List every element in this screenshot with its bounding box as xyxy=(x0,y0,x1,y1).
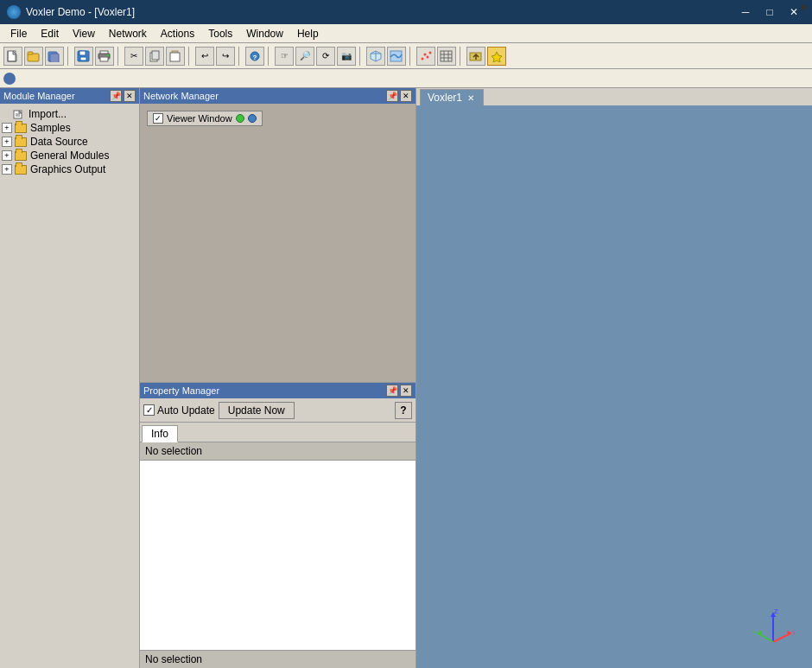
toolbar-cut[interactable]: ✂ xyxy=(124,47,143,66)
node-dot-green xyxy=(236,114,244,123)
voxler-tab-bar: Voxler1 ✕ ▶ xyxy=(416,88,812,107)
panel-close-button[interactable]: ✕ xyxy=(124,90,136,102)
toolbar-sep-1 xyxy=(67,47,71,66)
toolbar-zoom[interactable]: 🔎 xyxy=(295,47,314,66)
samples-label: Samples xyxy=(30,122,71,134)
general-modules-expand[interactable]: + xyxy=(2,150,12,161)
app-title: Voxler Demo - [Voxler1] xyxy=(26,6,135,18)
tree-item-data-source[interactable]: + Data Source xyxy=(0,135,139,149)
panel-pin-button[interactable]: 📌 xyxy=(110,90,122,102)
window-controls: ─ □ ✕ xyxy=(734,3,805,21)
toolbar-help[interactable]: ? xyxy=(245,47,264,66)
general-modules-label: General Modules xyxy=(30,150,109,162)
viewer-checkbox[interactable]: ✓ xyxy=(153,113,163,124)
graphics-output-expand[interactable]: + xyxy=(2,164,12,175)
toolbar-rotate[interactable]: ⟳ xyxy=(316,47,335,66)
menu-network[interactable]: Network xyxy=(102,25,154,42)
center-column: Network Manager 📌 ✕ ✓ Viewer Window Prop… xyxy=(140,88,416,668)
auto-update-area: ✓ Auto Update xyxy=(143,404,215,417)
property-manager-titlebar: Property Manager 📌 ✕ xyxy=(140,383,416,398)
tree-item-graphics-output[interactable]: + Graphics Output xyxy=(0,162,139,176)
property-pin-button[interactable]: 📌 xyxy=(386,385,398,397)
network-panel-controls: 📌 ✕ xyxy=(386,90,412,102)
toolbar-hand[interactable]: ☞ xyxy=(275,47,294,66)
auto-update-checkbox[interactable]: ✓ xyxy=(143,404,155,416)
panel-controls: 📌 ✕ xyxy=(110,90,136,102)
toolbar-3d-box[interactable] xyxy=(366,47,385,66)
toolbar-sep-7 xyxy=(409,47,413,66)
main-area: Module Manager 📌 ✕ Import... + Samples xyxy=(0,88,812,668)
toolbar-special[interactable] xyxy=(487,47,506,66)
voxler-canvas[interactable]: Z X Y xyxy=(416,107,812,668)
toolbar-undo[interactable]: ↩ xyxy=(195,47,214,66)
graphics-output-folder-icon xyxy=(14,163,28,175)
svg-rect-13 xyxy=(152,51,159,60)
toolbar-save[interactable] xyxy=(74,47,93,66)
svg-rect-26 xyxy=(441,51,452,61)
svg-rect-7 xyxy=(80,57,86,60)
toolbar-copy[interactable] xyxy=(145,47,164,66)
toolbar-sep-6 xyxy=(359,47,363,66)
general-modules-folder-icon xyxy=(14,150,28,162)
svg-text:X: X xyxy=(792,629,795,637)
module-manager-titlebar: Module Manager 📌 ✕ xyxy=(0,88,139,104)
toolbar-sep-3 xyxy=(188,47,192,66)
toolbar-sep-8 xyxy=(460,47,463,66)
menu-file[interactable]: File xyxy=(3,25,34,42)
samples-expand[interactable]: + xyxy=(2,123,12,133)
voxler-tab[interactable]: Voxler1 ✕ xyxy=(420,89,484,105)
menu-edit[interactable]: Edit xyxy=(34,25,66,42)
data-source-expand[interactable]: + xyxy=(2,137,12,147)
module-manager-title: Module Manager xyxy=(3,91,75,101)
tree-item-general-modules[interactable]: + General Modules xyxy=(0,149,139,162)
network-close-button[interactable]: ✕ xyxy=(400,90,412,102)
minimize-button[interactable]: ─ xyxy=(734,3,757,21)
menu-actions[interactable]: Actions xyxy=(154,25,201,42)
property-panel-controls: 📌 ✕ xyxy=(386,385,412,397)
toolbar-surface[interactable] xyxy=(387,47,406,66)
toolbar-scatter[interactable] xyxy=(416,47,435,66)
tree-item-import[interactable]: Import... xyxy=(0,107,139,121)
no-selection-footer: No selection xyxy=(140,650,416,668)
menu-help[interactable]: Help xyxy=(290,25,326,42)
toolbar-sep-4 xyxy=(238,47,242,66)
voxler-tab-label: Voxler1 xyxy=(428,92,462,104)
tab-info[interactable]: Info xyxy=(142,425,178,442)
viewer-window-label: Viewer Window xyxy=(167,113,232,124)
property-content: ✓ Auto Update Update Now ? Info No selec… xyxy=(140,398,416,668)
tab-scroll-right[interactable]: ▶ xyxy=(802,2,809,11)
svg-rect-10 xyxy=(100,57,108,61)
toolbar-recent[interactable] xyxy=(45,47,64,66)
toolbar-open[interactable] xyxy=(24,47,43,66)
title-bar: Voxler Demo - [Voxler1] ─ □ ✕ xyxy=(0,0,812,24)
update-now-button[interactable]: Update Now xyxy=(219,402,295,419)
svg-point-11 xyxy=(107,54,109,56)
svg-rect-6 xyxy=(79,51,86,55)
main-toolbar: ✂ ↩ ↪ ? ☞ 🔎 ⟳ 📷 xyxy=(0,43,812,69)
network-pin-button[interactable]: 📌 xyxy=(386,90,398,102)
node-dot-cyan xyxy=(248,114,257,123)
property-toolbar: ✓ Auto Update Update Now ? xyxy=(140,398,416,423)
voxler-tab-close[interactable]: ✕ xyxy=(466,92,476,103)
menu-tools[interactable]: Tools xyxy=(201,25,239,42)
auto-update-label: Auto Update xyxy=(157,404,215,417)
menu-view[interactable]: View xyxy=(66,25,102,42)
toolbar-export[interactable] xyxy=(466,47,485,66)
toolbar-redo[interactable]: ↪ xyxy=(216,47,235,66)
info-tabs-bar: Info xyxy=(140,423,416,442)
toolbar-paste[interactable] xyxy=(166,47,185,66)
toolbar-new[interactable] xyxy=(3,47,22,66)
svg-rect-15 xyxy=(170,53,180,61)
menu-window[interactable]: Window xyxy=(239,25,290,42)
toolbar-print[interactable] xyxy=(95,47,114,66)
network-manager-title: Network Manager xyxy=(143,91,219,101)
import-label: Import... xyxy=(29,108,67,120)
toolbar-camera[interactable]: 📷 xyxy=(337,47,356,66)
svg-point-24 xyxy=(427,55,429,58)
maximize-button[interactable]: □ xyxy=(758,3,781,21)
tree-item-samples[interactable]: + Samples xyxy=(0,121,139,135)
property-help-button[interactable]: ? xyxy=(395,402,412,419)
property-close-button[interactable]: ✕ xyxy=(400,385,412,397)
toolbar-grid[interactable] xyxy=(437,47,456,66)
viewer-window-node[interactable]: ✓ Viewer Window xyxy=(147,111,263,126)
